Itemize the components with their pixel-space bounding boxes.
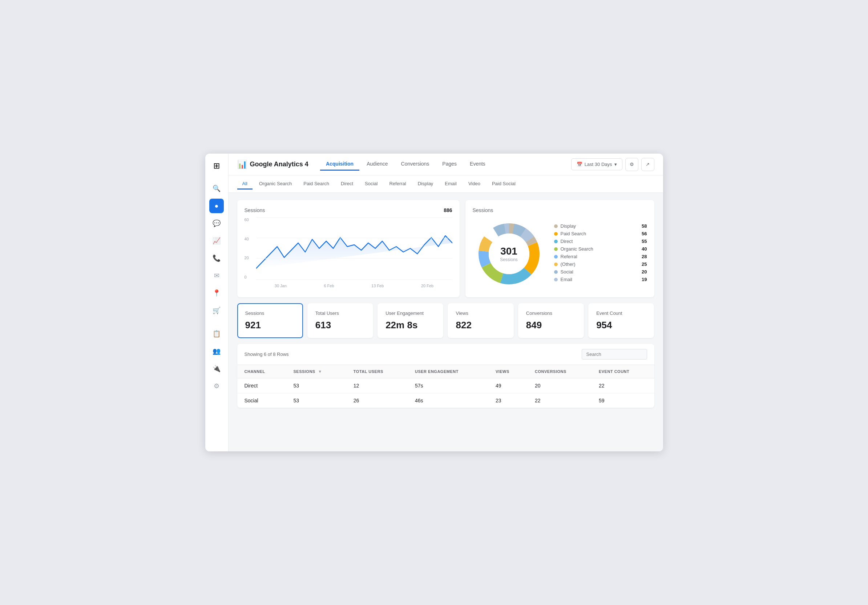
table-header-row: CHANNEL SESSIONS ▼ TOTAL USERS USER ENGA… bbox=[237, 365, 654, 378]
nav-actions: 📅 Last 30 Days ▾ ⚙ ↗ bbox=[571, 158, 654, 171]
share-button[interactable]: ↗ bbox=[641, 158, 654, 171]
metric-value-sessions: 921 bbox=[245, 320, 295, 331]
legend-dot-email bbox=[554, 278, 558, 282]
metric-value-user-engagement: 22m 8s bbox=[386, 320, 435, 331]
sidebar-item-chat[interactable]: 💬 bbox=[209, 216, 224, 231]
x-label-30jan: 30 Jan bbox=[275, 284, 287, 288]
sidebar-item-location[interactable]: 📍 bbox=[209, 286, 224, 300]
date-range-button[interactable]: 📅 Last 30 Days ▾ bbox=[571, 158, 622, 170]
col-header-conversions: CONVERSIONS bbox=[527, 365, 592, 378]
sidebar-item-cart[interactable]: 🛒 bbox=[209, 303, 224, 318]
legend-val-paid-search: 56 bbox=[642, 231, 647, 237]
legend-item-social: Social 20 bbox=[554, 269, 647, 275]
legend-val-referral: 28 bbox=[642, 254, 647, 259]
grid-lines bbox=[256, 218, 453, 279]
nav-tab-acquisition[interactable]: Acquisition bbox=[320, 158, 359, 171]
sidebar-logo: ⊞ bbox=[210, 159, 223, 172]
legend-item-other: (Other) 25 bbox=[554, 261, 647, 267]
table-meta: Showing 6 of 8 Rows bbox=[245, 351, 289, 357]
sidebar-item-plugins[interactable]: 🔌 bbox=[209, 361, 224, 376]
chevron-down-icon: ▾ bbox=[614, 162, 617, 167]
legend-dot-direct bbox=[554, 240, 558, 243]
grid-line-60 bbox=[256, 218, 453, 218]
metric-label-conversions: Conversions bbox=[526, 311, 576, 316]
date-range-label: Last 30 Days bbox=[584, 162, 612, 167]
legend-label-paid-search: Paid Search bbox=[561, 231, 586, 237]
charts-row: Sessions 886 60 40 20 0 bbox=[237, 200, 654, 297]
brand-name: Google Analytics 4 bbox=[250, 161, 308, 168]
sidebar-item-users[interactable]: 👥 bbox=[209, 344, 224, 358]
donut-center-label: Sessions bbox=[500, 257, 518, 262]
cell-engagement-direct: 57s bbox=[408, 378, 488, 393]
sidebar-item-search[interactable]: 🔍 bbox=[209, 181, 224, 196]
cell-conversions-social: 22 bbox=[527, 393, 592, 408]
metric-card-views[interactable]: Views 822 bbox=[448, 303, 513, 338]
metric-card-event-count[interactable]: Event Count 954 bbox=[588, 303, 654, 338]
cell-views-direct: 49 bbox=[488, 378, 527, 393]
metric-label-event-count: Event Count bbox=[596, 311, 646, 316]
sessions-line-chart: Sessions 886 60 40 20 0 bbox=[237, 200, 460, 297]
table-row: Social 53 26 46s 23 22 59 bbox=[237, 393, 654, 408]
metric-value-conversions: 849 bbox=[526, 320, 576, 331]
sub-tab-email[interactable]: Email bbox=[440, 179, 462, 190]
sidebar-item-chart[interactable]: ● bbox=[209, 199, 224, 213]
nav-tab-conversions[interactable]: Conversions bbox=[395, 158, 435, 171]
sidebar-item-settings[interactable]: ⚙ bbox=[209, 379, 224, 393]
x-label-13feb: 13 Feb bbox=[371, 284, 384, 288]
legend-val-email: 19 bbox=[642, 277, 647, 282]
sub-tab-paid-search[interactable]: Paid Search bbox=[298, 179, 334, 190]
cell-total-users-direct: 12 bbox=[346, 378, 408, 393]
nav-tab-pages[interactable]: Pages bbox=[436, 158, 462, 171]
sidebar-item-reports[interactable]: 📋 bbox=[209, 326, 224, 341]
share-icon: ↗ bbox=[646, 162, 649, 167]
metric-label-views: Views bbox=[456, 311, 505, 316]
sub-tab-organic-search[interactable]: Organic Search bbox=[254, 179, 297, 190]
table-row: Direct 53 12 57s 49 20 22 bbox=[237, 378, 654, 393]
nav-tab-audience[interactable]: Audience bbox=[361, 158, 394, 171]
cell-channel-direct: Direct bbox=[237, 378, 286, 393]
donut-content: 301 Sessions Display 58 bbox=[473, 218, 647, 290]
legend-item-direct: Direct 55 bbox=[554, 238, 647, 244]
sub-tab-referral[interactable]: Referral bbox=[384, 179, 411, 190]
x-axis-labels: 30 Jan 6 Feb 13 Feb 20 Feb bbox=[256, 282, 453, 290]
sessions-donut-chart: Sessions bbox=[465, 200, 654, 297]
donut-chart-header: Sessions bbox=[473, 207, 647, 213]
cell-engagement-social: 46s bbox=[408, 393, 488, 408]
col-header-total-users: TOTAL USERS bbox=[346, 365, 408, 378]
sub-tab-paid-social[interactable]: Paid Social bbox=[487, 179, 521, 190]
metric-card-conversions[interactable]: Conversions 849 bbox=[518, 303, 584, 338]
legend-item-paid-search: Paid Search 56 bbox=[554, 231, 647, 237]
sidebar-item-email[interactable]: ✉ bbox=[209, 268, 224, 283]
metric-card-sessions[interactable]: Sessions 921 bbox=[237, 303, 303, 338]
legend-val-direct: 55 bbox=[642, 238, 647, 244]
cell-sessions-direct: 53 bbox=[286, 378, 346, 393]
grid-line-40 bbox=[256, 238, 453, 238]
legend-dot-organic bbox=[554, 247, 558, 251]
brand: 📊 Google Analytics 4 bbox=[237, 160, 308, 169]
sub-tab-video[interactable]: Video bbox=[463, 179, 485, 190]
table-search-input[interactable] bbox=[582, 349, 647, 359]
metric-card-total-users[interactable]: Total Users 613 bbox=[307, 303, 373, 338]
sub-tab-direct[interactable]: Direct bbox=[336, 179, 358, 190]
sidebar-item-phone[interactable]: 📞 bbox=[209, 251, 224, 265]
col-header-sessions[interactable]: SESSIONS ▼ bbox=[286, 365, 346, 378]
sort-icon: ▼ bbox=[318, 369, 322, 374]
sub-tab-social[interactable]: Social bbox=[360, 179, 383, 190]
legend-label-email: Email bbox=[561, 277, 573, 282]
metric-value-total-users: 613 bbox=[315, 320, 365, 331]
line-chart-value: 886 bbox=[443, 207, 452, 213]
col-header-user-engagement: USER ENGAGEMENT bbox=[408, 365, 488, 378]
nav-tab-events[interactable]: Events bbox=[464, 158, 491, 171]
metric-card-user-engagement[interactable]: User Engagement 22m 8s bbox=[378, 303, 443, 338]
sidebar: ⊞ 🔍 ● 💬 📈 📞 ✉ 📍 🛒 📋 👥 🔌 ⚙ bbox=[205, 153, 229, 452]
sub-tab-display[interactable]: Display bbox=[413, 179, 439, 190]
sidebar-item-analytics[interactable]: 📈 bbox=[209, 234, 224, 248]
legend-dot-social bbox=[554, 270, 558, 274]
legend-dot-referral bbox=[554, 255, 558, 258]
x-label-20feb: 20 Feb bbox=[421, 284, 434, 288]
legend-left: Display bbox=[554, 223, 576, 229]
legend-left: Direct bbox=[554, 238, 573, 244]
y-label-60: 60 bbox=[245, 218, 252, 222]
filter-button[interactable]: ⚙ bbox=[625, 158, 639, 171]
sub-tab-all[interactable]: All bbox=[237, 179, 253, 190]
